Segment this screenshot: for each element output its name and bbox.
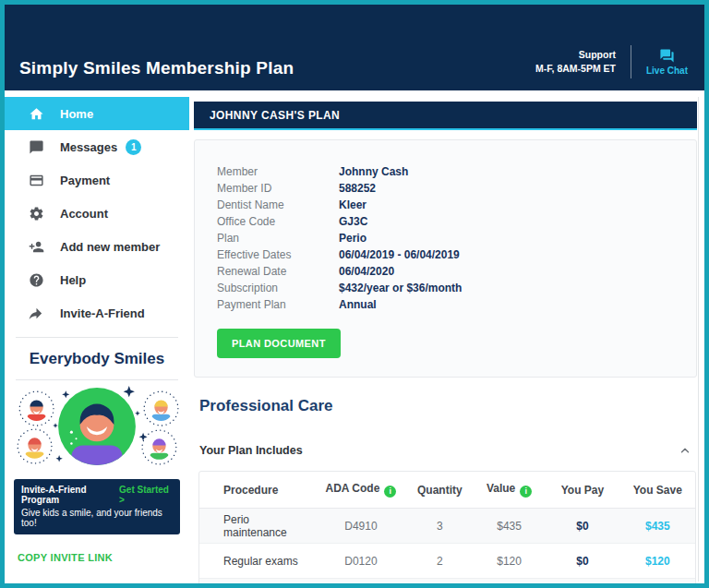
info-icon[interactable] (384, 486, 396, 498)
banner-program-label: Invite-A-Friend Program (21, 485, 119, 505)
column-header-ada-code: ADA Code (316, 482, 406, 498)
sidebar: Home Messages 1 Payment (5, 97, 189, 583)
plan-document-button[interactable]: PLAN DOCUMENT (217, 329, 341, 358)
sidebar-divider (16, 337, 178, 338)
column-header-you-save: You Save (620, 484, 695, 497)
banner-top-line: Invite-A-Friend Program Get Started > (21, 485, 173, 505)
scrollbar-track[interactable] (698, 97, 699, 582)
chevron-up-icon[interactable] (679, 444, 691, 457)
smiling-people-illustration (12, 383, 182, 470)
live-chat-button[interactable]: Live Chat (646, 48, 688, 76)
app-window: Simply Smiles Membership Plan Support M-… (0, 0, 709, 588)
plan-includes-header: Your Plan Includes (199, 444, 691, 457)
plan-detail-row-plan: Plan Perio (217, 232, 674, 248)
plan-detail-row-renewal-date: Renewal Date 06/04/2020 (217, 265, 674, 282)
banner-subtitle: Give kids a smile, and your friends too! (21, 508, 173, 528)
chat-icon (29, 139, 44, 155)
sidebar-item-messages[interactable]: Messages 1 (5, 130, 189, 163)
sidebar-item-account[interactable]: Account (5, 197, 189, 230)
plan-details-card: Member Johnny Cash Member ID 588252 Dent… (194, 139, 697, 378)
column-header-value: Value (474, 482, 545, 498)
support-hours-text: M-F, 8AM-5PM ET (535, 62, 616, 76)
get-started-link[interactable]: Get Started > (119, 485, 173, 505)
sidebar-nav: Home Messages 1 Payment (5, 97, 189, 330)
card-icon (29, 173, 44, 188)
column-header-you-pay: You Pay (545, 484, 619, 497)
plan-detail-row-subscription: Subscription $432/year or $36/month (217, 282, 674, 298)
sidebar-item-home[interactable]: Home (5, 97, 189, 130)
plan-detail-row-member-id: Member ID 588252 (217, 182, 674, 198)
info-icon[interactable] (520, 486, 532, 498)
home-icon (29, 106, 44, 122)
table-row-regular-exams: Regular exams D0120 2 $120 $0 $120 (199, 544, 695, 579)
plan-detail-row-member: Member Johnny Cash (217, 165, 674, 182)
header-divider (631, 45, 631, 78)
professional-care-title: Professional Care (199, 397, 697, 415)
main-content: JOHNNY CASH'S PLAN Member Johnny Cash Me… (189, 97, 704, 583)
invite-a-friend-banner[interactable]: Invite-A-Friend Program Get Started > Gi… (14, 479, 180, 534)
everybody-smiles-title: Everybody Smiles (5, 350, 189, 368)
app-header: Simply Smiles Membership Plan Support M-… (5, 5, 704, 90)
support-hours: Support M-F, 8AM-5PM ET (535, 48, 616, 76)
table-body: Perio maintenance D4910 3 $435 $0 $435 R… (199, 509, 695, 583)
chat-bubbles-icon (659, 48, 675, 64)
page-title: Simply Smiles Membership Plan (19, 58, 294, 78)
plan-detail-row-dentist-name: Dentist Name Kleer (217, 198, 674, 215)
plan-detail-row-effective-dates: Effective Dates 06/04/2019 - 06/04/2019 (217, 248, 674, 265)
plan-header-bar: JOHNNY CASH'S PLAN (194, 102, 697, 130)
everybody-smiles-illustration (5, 380, 189, 470)
sidebar-item-invite-a-friend[interactable]: Invite-A-Friend (5, 296, 189, 330)
plan-details-list: Member Johnny Cash Member ID 588252 Dent… (217, 165, 674, 315)
person-add-icon (29, 239, 44, 255)
sidebar-item-payment[interactable]: Payment (5, 163, 189, 197)
column-header-procedure: Procedure (199, 484, 316, 497)
app-body: Home Messages 1 Payment (5, 90, 704, 583)
table-header-row: Procedure ADA Code Quantity Value You Pa… (199, 472, 695, 509)
plan-detail-row-office-code: Office Code GJ3C (217, 215, 674, 232)
unread-count-badge: 1 (126, 139, 141, 155)
share-icon (29, 306, 44, 321)
header-right: Support M-F, 8AM-5PM ET Live Chat (535, 45, 688, 78)
table-row-oral-screenings: Oral screenings D0190 2 $120 $0 $120 (199, 579, 695, 583)
plan-includes-table: Procedure ADA Code Quantity Value You Pa… (198, 471, 696, 583)
gear-icon (29, 206, 44, 222)
sidebar-item-add-new-member[interactable]: Add new member (5, 230, 189, 263)
support-label: Support (535, 48, 616, 62)
help-icon (29, 272, 44, 288)
plan-detail-row-payment-plan: Payment Plan Annual (217, 298, 674, 315)
sidebar-item-help[interactable]: Help (5, 263, 189, 296)
column-header-quantity: Quantity (406, 484, 474, 497)
plan-includes-title: Your Plan Includes (199, 444, 303, 457)
table-row-perio-maintenance: Perio maintenance D4910 3 $435 $0 $435 (199, 509, 695, 544)
copy-invite-link[interactable]: COPY INVITE LINK (18, 552, 189, 563)
live-chat-label: Live Chat (646, 66, 688, 76)
